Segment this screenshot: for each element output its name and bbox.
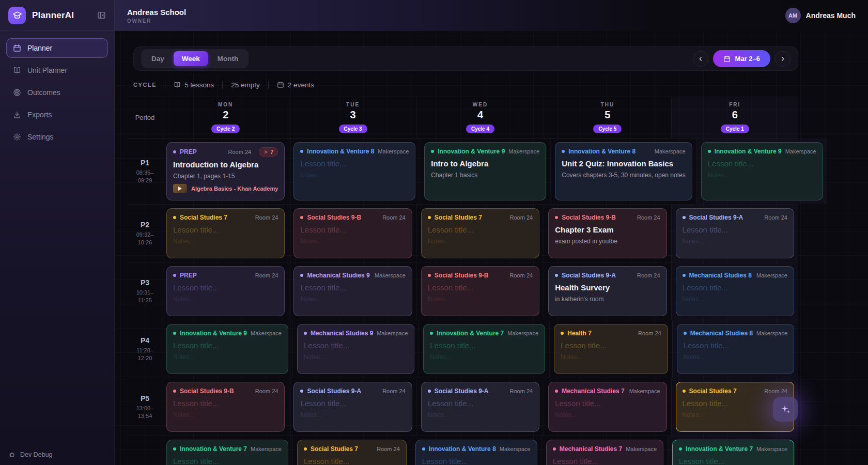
lesson-title[interactable]: Lesson title... bbox=[304, 457, 400, 465]
view-day[interactable]: Day bbox=[143, 51, 173, 66]
sidebar-item-exports[interactable]: Exports bbox=[6, 105, 108, 125]
lesson-notes[interactable]: Notes... bbox=[561, 353, 661, 361]
lesson-card-social-studies-9-b[interactable]: Social Studies 9-B Room 24 Lesson title.… bbox=[421, 266, 539, 316]
lesson-title[interactable]: Lesson title... bbox=[173, 457, 282, 465]
lesson-notes[interactable]: Notes... bbox=[304, 353, 408, 361]
lesson-card-social-studies-9-a[interactable]: Social Studies 9-A Room 24 Lesson title.… bbox=[676, 208, 794, 258]
lesson-notes[interactable]: Notes... bbox=[683, 238, 787, 245]
view-week[interactable]: Week bbox=[174, 51, 208, 66]
lesson-title[interactable]: Unit 2 Quiz: Innovation Basics bbox=[562, 159, 685, 168]
lesson-notes[interactable]: Notes... bbox=[428, 238, 533, 245]
lesson-card-innovation-venture-7[interactable]: Innovation & Venture 7 Makerspace Lesson… bbox=[166, 440, 288, 465]
lesson-card-mechanical-studies-7[interactable]: Mechanical Studies 7 Makerspace Lesson t… bbox=[548, 382, 667, 432]
lesson-card-innovation-venture-7[interactable]: Innovation & Venture 7 Makerspace Lesson… bbox=[672, 440, 794, 465]
lesson-notes[interactable]: Notes... bbox=[555, 411, 660, 419]
lesson-card-social-studies-7[interactable]: Social Studies 7 Room 24 Lesson title...… bbox=[166, 208, 285, 258]
lesson-card-mechanical-studies-7[interactable]: Mechanical Studies 7 Makerspace Lesson t… bbox=[546, 440, 663, 465]
lesson-card-mechanical-studies-9[interactable]: Mechanical Studies 9 Makerspace Lesson t… bbox=[293, 266, 412, 316]
lesson-card-social-studies-9-b[interactable]: Social Studies 9-B Room 24 Chapter 3 Exa… bbox=[548, 208, 667, 258]
lesson-title[interactable]: Lesson title... bbox=[300, 283, 405, 292]
lesson-notes[interactable]: Notes... bbox=[300, 411, 405, 419]
lesson-notes[interactable]: exam posted in youtbe bbox=[555, 238, 660, 245]
lesson-title[interactable]: Lesson title... bbox=[304, 341, 408, 350]
lesson-notes[interactable]: Notes... bbox=[683, 411, 787, 419]
lesson-notes[interactable]: Chapter 1, pages 1-15 bbox=[173, 173, 278, 180]
lesson-notes[interactable]: Notes... bbox=[300, 238, 405, 245]
lesson-card-social-studies-9-a[interactable]: Social Studies 9-A Room 24 Lesson title.… bbox=[421, 382, 539, 432]
sidebar-collapse-icon[interactable] bbox=[97, 11, 106, 20]
sidebar-item-outcomes[interactable]: Outcomes bbox=[6, 83, 108, 102]
lesson-title[interactable]: Lesson title... bbox=[683, 283, 787, 292]
lesson-title[interactable]: Lesson title... bbox=[553, 457, 657, 465]
lesson-title[interactable]: Lesson title... bbox=[428, 283, 533, 292]
sidebar-item-settings[interactable]: Settings bbox=[6, 127, 108, 147]
lesson-title[interactable]: Introduction to Algebra bbox=[173, 160, 278, 169]
lesson-title[interactable]: Lesson title... bbox=[561, 341, 661, 350]
lesson-card-social-studies-9-b[interactable]: Social Studies 9-B Room 24 Lesson title.… bbox=[166, 382, 285, 432]
lesson-title[interactable]: Lesson title... bbox=[300, 399, 405, 408]
lesson-card-social-studies-9-a[interactable]: Social Studies 9-A Room 24 Lesson title.… bbox=[293, 382, 412, 432]
lesson-title[interactable]: Lesson title... bbox=[684, 341, 787, 350]
lesson-card-innovation-venture-8[interactable]: Innovation & Venture 8 Makerspace Lesson… bbox=[415, 440, 537, 465]
lesson-title[interactable]: Lesson title... bbox=[428, 225, 533, 234]
lesson-notes[interactable]: Notes... bbox=[683, 296, 787, 303]
sidebar-item-unit-planner[interactable]: Unit Planner bbox=[6, 60, 108, 80]
lesson-notes[interactable]: Chapter 1 basics bbox=[431, 172, 539, 179]
lesson-title[interactable]: Lesson title... bbox=[683, 399, 787, 408]
lesson-card-prep[interactable]: PREP Room 24 Lesson title... Notes... bbox=[166, 266, 285, 316]
lesson-card-mechanical-studies-8[interactable]: Mechanical Studies 8 Makerspace Lesson t… bbox=[676, 266, 794, 316]
lesson-notes[interactable]: Notes... bbox=[300, 172, 409, 179]
lesson-card-prep[interactable]: PREP Room 24 7 Introduction to Algebra C… bbox=[166, 142, 285, 200]
lesson-notes[interactable]: Notes... bbox=[300, 296, 405, 303]
lesson-title[interactable]: Lesson title... bbox=[679, 457, 787, 465]
lesson-notes[interactable]: Notes... bbox=[173, 238, 278, 245]
lesson-card-innovation-venture-9[interactable]: Innovation & Venture 9 Makerspace Intro … bbox=[424, 142, 546, 200]
lesson-title[interactable]: Lesson title... bbox=[683, 225, 787, 234]
lesson-title[interactable]: Lesson title... bbox=[428, 399, 533, 408]
lesson-notes[interactable]: Notes... bbox=[430, 353, 538, 361]
lesson-card-mechanical-studies-8[interactable]: Mechanical Studies 8 Makerspace Lesson t… bbox=[677, 324, 794, 374]
next-week-button[interactable] bbox=[775, 51, 791, 67]
lesson-notes[interactable]: Notes... bbox=[173, 296, 278, 303]
view-month[interactable]: Month bbox=[209, 51, 246, 66]
lesson-notes[interactable]: in katherin's room bbox=[555, 296, 660, 303]
lesson-title[interactable]: Lesson title... bbox=[555, 399, 660, 408]
lesson-card-innovation-venture-7[interactable]: Innovation & Venture 7 Makerspace Lesson… bbox=[423, 324, 545, 374]
lesson-title[interactable]: Lesson title... bbox=[300, 159, 409, 168]
lesson-title[interactable]: Intro to Algebra bbox=[431, 159, 539, 168]
lesson-notes[interactable]: Notes... bbox=[173, 353, 282, 361]
lesson-title[interactable]: Lesson title... bbox=[173, 341, 282, 350]
date-range-button[interactable]: Mar 2–6 bbox=[713, 50, 770, 67]
lesson-notes[interactable]: Notes... bbox=[428, 296, 533, 303]
video-attachment[interactable]: Algebra Basics - Khan Academy bbox=[173, 184, 278, 193]
dev-debug-button[interactable]: Dev Debug bbox=[0, 444, 114, 465]
lesson-card-social-studies-9-b[interactable]: Social Studies 9-B Room 24 Lesson title.… bbox=[293, 208, 412, 258]
lesson-card-social-studies-9-a[interactable]: Social Studies 9-A Room 24 Health Surver… bbox=[548, 266, 667, 316]
lesson-notes[interactable]: Notes... bbox=[708, 172, 816, 179]
lesson-card-social-studies-7[interactable]: Social Studies 7 Room 24 Lesson title...… bbox=[421, 208, 539, 258]
lesson-title[interactable]: Lesson title... bbox=[422, 457, 531, 465]
lesson-card-innovation-venture-9[interactable]: Innovation & Venture 9 Makerspace Lesson… bbox=[701, 142, 823, 200]
ai-assistant-button[interactable] bbox=[773, 397, 798, 422]
lesson-notes[interactable]: Covers chapters 3-5, 30 minutes, open no… bbox=[562, 172, 685, 179]
lesson-card-innovation-venture-8[interactable]: Innovation & Venture 8 Makerspace Unit 2… bbox=[555, 142, 692, 200]
lesson-title[interactable]: Lesson title... bbox=[430, 341, 538, 350]
user-menu[interactable]: AM Andreas Much bbox=[785, 8, 856, 23]
lesson-title[interactable]: Lesson title... bbox=[708, 159, 816, 168]
lesson-card-innovation-venture-9[interactable]: Innovation & Venture 9 Makerspace Lesson… bbox=[166, 324, 288, 374]
lesson-title[interactable]: Lesson title... bbox=[173, 225, 278, 234]
lesson-title[interactable]: Lesson title... bbox=[300, 225, 405, 234]
prev-week-button[interactable] bbox=[693, 51, 708, 67]
lesson-title[interactable]: Lesson title... bbox=[173, 283, 278, 292]
lesson-title[interactable]: Chapter 3 Exam bbox=[555, 225, 660, 234]
lesson-card-innovation-venture-8[interactable]: Innovation & Venture 8 Makerspace Lesson… bbox=[293, 142, 415, 200]
lesson-card-social-studies-7[interactable]: Social Studies 7 Room 24 Lesson title...… bbox=[297, 440, 407, 465]
lesson-notes[interactable]: Notes... bbox=[173, 411, 278, 419]
lesson-notes[interactable]: Notes... bbox=[684, 353, 787, 361]
lesson-notes[interactable]: Notes... bbox=[428, 411, 533, 419]
sidebar-item-planner[interactable]: Planner bbox=[6, 38, 108, 58]
lesson-card-mechanical-studies-9[interactable]: Mechanical Studies 9 Makerspace Lesson t… bbox=[297, 324, 414, 374]
lesson-title[interactable]: Health Survery bbox=[555, 283, 660, 292]
lesson-card-health-7[interactable]: Health 7 Room 24 Lesson title... Notes..… bbox=[554, 324, 668, 374]
lesson-title[interactable]: Lesson title... bbox=[173, 399, 278, 408]
